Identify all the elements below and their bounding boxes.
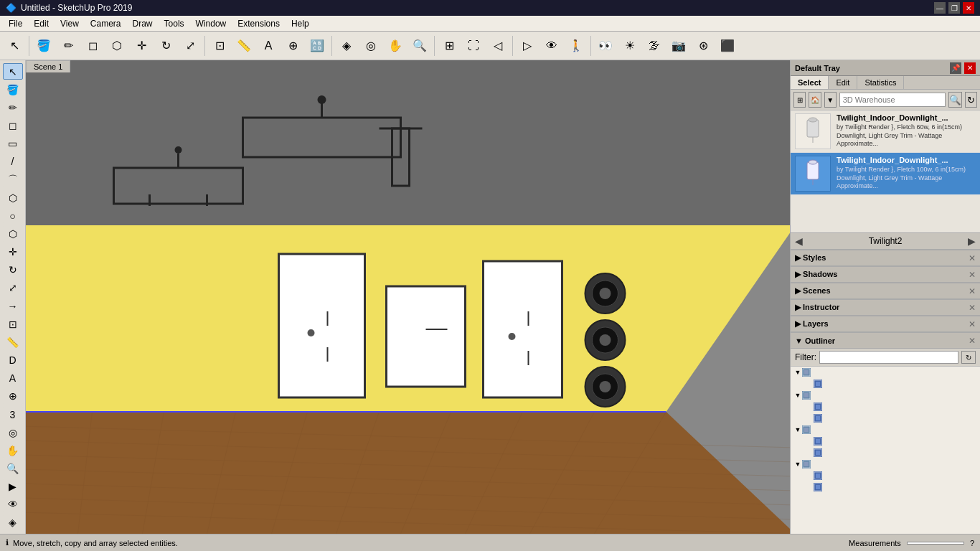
nav-forward-button[interactable]: ▶ [968, 235, 976, 247]
section-close-styles[interactable]: ✕ [969, 253, 976, 263]
left-btn-walk[interactable]: ▶ [3, 479, 23, 495]
maximize-button[interactable]: ❐ [948, 2, 960, 14]
tree-expand-0[interactable]: ▼ [793, 369, 802, 376]
menu-item-camera[interactable]: Camera [85, 17, 127, 30]
toolbar-btn-profile-builder[interactable]: ⬛ [716, 34, 739, 57]
menu-item-window[interactable]: Window [190, 17, 232, 30]
toolbar-btn-offset[interactable]: ⊡ [208, 34, 231, 57]
search-button[interactable]: 🔍 [948, 92, 962, 108]
toolbar-btn-next-view[interactable]: ▷ [516, 34, 539, 57]
section-header-layers[interactable]: ▶ Layers✕ [791, 316, 980, 332]
left-btn-look-around[interactable]: 👁 [3, 496, 23, 513]
tree-expand-5[interactable]: ▼ [793, 426, 802, 433]
minimize-button[interactable]: — [934, 2, 946, 14]
tray-pin-button[interactable]: 📌 [950, 62, 961, 74]
tree-item-0[interactable]: ▼ [791, 367, 980, 378]
toolbar-btn-look-around[interactable]: 👀 [594, 34, 617, 57]
section-close-instructor[interactable]: ✕ [969, 303, 976, 313]
outliner-header[interactable]: ▼ Outliner ✕ [791, 333, 980, 349]
toolbar-btn-3d-text[interactable]: 🔠 [306, 34, 329, 57]
tree-item-7[interactable] [791, 447, 980, 458]
home-button[interactable]: 🏠 [809, 92, 821, 108]
section-header-styles[interactable]: ▶ Styles✕ [791, 250, 980, 266]
left-btn-orbit[interactable]: ◎ [3, 424, 23, 441]
tree-item-3[interactable] [791, 401, 980, 413]
toolbar-btn-tape[interactable]: 📏 [232, 34, 255, 57]
left-btn-move[interactable]: ✛ [3, 244, 23, 260]
tab-edit[interactable]: Edit [829, 76, 857, 89]
tab-statistics[interactable]: Statistics [857, 76, 904, 89]
left-btn-offset[interactable]: ⊡ [3, 316, 23, 332]
toolbar-btn-fog[interactable]: 🌫 [643, 34, 666, 57]
left-btn-line[interactable]: / [3, 154, 23, 170]
menu-item-tools[interactable]: Tools [159, 17, 190, 30]
toolbar-btn-match-photo[interactable]: 📷 [667, 34, 690, 57]
tree-item-4[interactable] [791, 413, 980, 424]
left-btn-select[interactable]: ↖ [3, 63, 23, 80]
tree-item-5[interactable]: ▼ [791, 424, 980, 435]
grid-view-button[interactable]: ⊞ [793, 92, 806, 108]
tab-select[interactable]: Select [791, 76, 829, 89]
toolbar-btn-eraser[interactable]: ◻ [81, 34, 104, 57]
toolbar-btn-select[interactable]: ↖ [3, 34, 26, 57]
left-btn-rectangle[interactable]: ▭ [3, 136, 23, 152]
toolbar-btn-pencil[interactable]: ✏ [57, 34, 80, 57]
left-btn-tape[interactable]: 📏 [3, 334, 23, 350]
refresh-button[interactable]: ↻ [965, 92, 977, 108]
left-btn-polygon[interactable]: ⬡ [3, 189, 23, 206]
section-close-scenes[interactable]: ✕ [969, 286, 976, 296]
component-item-2[interactable]: Twilight_Indoor_Downlight_... by Twiligh… [791, 153, 980, 195]
viewport[interactable]: Scene 1 [26, 60, 790, 534]
toolbar-btn-pan[interactable]: ✋ [384, 34, 407, 57]
left-btn-protractor[interactable]: D [3, 352, 23, 369]
section-header-scenes[interactable]: ▶ Scenes✕ [791, 283, 980, 299]
left-btn-text[interactable]: A [3, 370, 23, 387]
section-header-instructor[interactable]: ▶ Instructor✕ [791, 300, 980, 316]
toolbar-btn-rotate[interactable]: ↻ [154, 34, 177, 57]
toolbar-btn-zoom[interactable]: 🔍 [408, 34, 431, 57]
toolbar-btn-paint-bucket[interactable]: 🪣 [32, 34, 55, 57]
toolbar-btn-section-plane[interactable]: ◈ [335, 34, 358, 57]
left-btn-pencil[interactable]: ✏ [3, 99, 23, 116]
left-btn-push-pull[interactable]: ⬡ [3, 225, 23, 242]
left-btn-arc[interactable]: ⌒ [3, 171, 23, 188]
tree-item-9[interactable] [791, 470, 980, 481]
toolbar-btn-position-camera[interactable]: 👁 [540, 34, 563, 57]
toolbar-btn-text[interactable]: A [257, 34, 280, 57]
outliner-close-button[interactable]: ✕ [969, 336, 976, 346]
tree-item-1[interactable] [791, 378, 980, 390]
left-btn-3d-text[interactable]: 3 [3, 406, 23, 423]
section-header-shadows[interactable]: ▶ Shadows✕ [791, 267, 980, 283]
toolbar-btn-sun-shadow[interactable]: ☀ [618, 34, 641, 57]
menu-item-help[interactable]: Help [286, 17, 315, 30]
menu-item-file[interactable]: File [3, 17, 28, 30]
close-button[interactable]: ✕ [963, 2, 974, 14]
menu-item-view[interactable]: View [55, 17, 85, 30]
left-btn-circle[interactable]: ○ [3, 207, 23, 224]
toolbar-btn-zoom-extents[interactable]: ⛶ [462, 34, 485, 57]
filter-refresh-button[interactable]: ↻ [961, 351, 976, 364]
tree-item-8[interactable]: ▼ [791, 458, 980, 470]
left-btn-section-plane[interactable]: ◈ [3, 514, 23, 531]
search-input[interactable] [839, 93, 946, 107]
tree-expand-8[interactable]: ▼ [793, 461, 802, 468]
toolbar-btn-move[interactable]: ✛ [130, 34, 153, 57]
menu-item-draw[interactable]: Draw [127, 17, 159, 30]
menu-item-edit[interactable]: Edit [28, 17, 55, 30]
left-btn-eraser[interactable]: ◻ [3, 117, 23, 133]
toolbar-btn-scale[interactable]: ⤢ [179, 34, 202, 57]
left-btn-paint-bucket[interactable]: 🪣 [3, 81, 23, 98]
tree-item-2[interactable]: ▼ [791, 390, 980, 401]
left-btn-rotate[interactable]: ↻ [3, 262, 23, 278]
toolbar-btn-push-pull[interactable]: ⬡ [105, 34, 128, 57]
toolbar-btn-axes[interactable]: ⊕ [281, 34, 304, 57]
nav-back-button[interactable]: ◀ [795, 235, 803, 247]
component-item-1[interactable]: Twilight_Indoor_Downlight_... by Twiligh… [791, 110, 980, 153]
tree-item-10[interactable] [791, 481, 980, 493]
tree-item-6[interactable] [791, 435, 980, 447]
toolbar-btn-zoom-window[interactable]: ⊞ [438, 34, 461, 57]
left-btn-axes[interactable]: ⊕ [3, 388, 23, 405]
scene-tab[interactable]: Scene 1 [26, 60, 70, 72]
measurements-box[interactable] [907, 542, 964, 545]
menu-item-extensions[interactable]: Extensions [232, 17, 286, 30]
